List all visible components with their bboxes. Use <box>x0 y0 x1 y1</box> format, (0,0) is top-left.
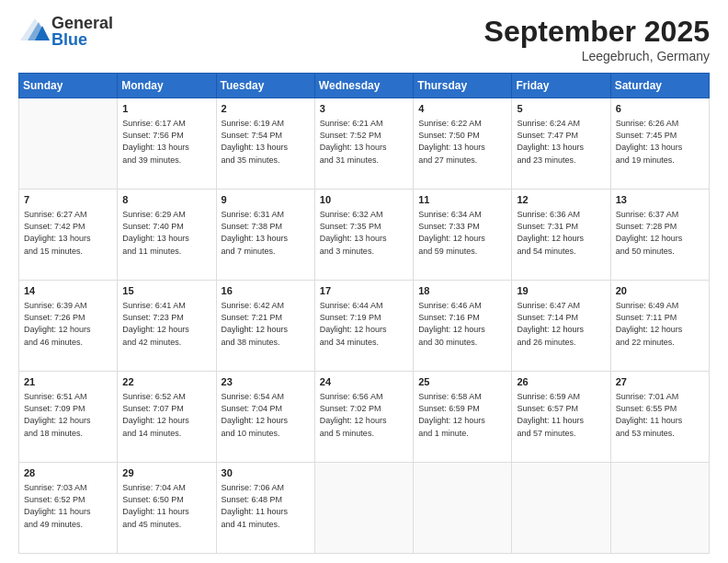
title-block: September 2025 Leegebruch, Germany <box>484 15 710 63</box>
day-number: 3 <box>320 102 408 116</box>
day-number: 25 <box>418 375 506 389</box>
day-info: Sunrise: 6:17 AM Sunset: 7:56 PM Dayligh… <box>122 118 210 166</box>
col-wednesday: Wednesday <box>314 74 413 98</box>
day-number: 14 <box>24 284 112 298</box>
day-info: Sunrise: 6:47 AM Sunset: 7:14 PM Dayligh… <box>517 300 605 348</box>
day-number: 5 <box>517 102 605 116</box>
col-tuesday: Tuesday <box>216 74 314 98</box>
day-info: Sunrise: 6:27 AM Sunset: 7:42 PM Dayligh… <box>24 209 112 257</box>
day-number: 1 <box>122 102 210 116</box>
day-info: Sunrise: 6:44 AM Sunset: 7:19 PM Dayligh… <box>320 300 408 348</box>
day-info: Sunrise: 6:32 AM Sunset: 7:35 PM Dayligh… <box>320 209 408 257</box>
table-row: 24Sunrise: 6:56 AM Sunset: 7:02 PM Dayli… <box>314 372 413 463</box>
table-row: 11Sunrise: 6:34 AM Sunset: 7:33 PM Dayli… <box>414 190 512 281</box>
month-title: September 2025 <box>484 15 710 49</box>
table-row: 2Sunrise: 6:19 AM Sunset: 7:54 PM Daylig… <box>216 98 314 190</box>
day-info: Sunrise: 6:39 AM Sunset: 7:26 PM Dayligh… <box>24 300 112 348</box>
day-number: 16 <box>222 284 310 298</box>
table-row: 12Sunrise: 6:36 AM Sunset: 7:31 PM Dayli… <box>512 190 610 281</box>
table-row: 17Sunrise: 6:44 AM Sunset: 7:19 PM Dayli… <box>314 281 413 372</box>
col-friday: Friday <box>512 74 610 98</box>
table-row: 18Sunrise: 6:46 AM Sunset: 7:16 PM Dayli… <box>414 281 512 372</box>
logo-icon <box>18 15 51 48</box>
table-row: 3Sunrise: 6:21 AM Sunset: 7:52 PM Daylig… <box>314 98 413 190</box>
table-row: 30Sunrise: 7:06 AM Sunset: 6:48 PM Dayli… <box>216 463 314 554</box>
table-row: 22Sunrise: 6:52 AM Sunset: 7:07 PM Dayli… <box>118 372 216 463</box>
col-saturday: Saturday <box>610 74 709 98</box>
calendar-header-row: Sunday Monday Tuesday Wednesday Thursday… <box>19 74 710 98</box>
day-number: 18 <box>418 284 506 298</box>
table-row <box>414 463 512 554</box>
day-info: Sunrise: 6:21 AM Sunset: 7:52 PM Dayligh… <box>320 118 408 166</box>
logo-text: General Blue <box>51 15 113 48</box>
day-number: 28 <box>24 466 112 480</box>
table-row: 10Sunrise: 6:32 AM Sunset: 7:35 PM Dayli… <box>314 190 413 281</box>
table-row: 16Sunrise: 6:42 AM Sunset: 7:21 PM Dayli… <box>216 281 314 372</box>
table-row: 6Sunrise: 6:26 AM Sunset: 7:45 PM Daylig… <box>610 98 709 190</box>
table-row: 1Sunrise: 6:17 AM Sunset: 7:56 PM Daylig… <box>118 98 216 190</box>
day-number: 11 <box>418 193 506 207</box>
day-info: Sunrise: 6:59 AM Sunset: 6:57 PM Dayligh… <box>517 391 605 439</box>
day-number: 7 <box>24 193 112 207</box>
day-info: Sunrise: 6:29 AM Sunset: 7:40 PM Dayligh… <box>122 209 210 257</box>
day-number: 13 <box>616 193 704 207</box>
calendar-week-row: 14Sunrise: 6:39 AM Sunset: 7:26 PM Dayli… <box>19 281 710 372</box>
table-row: 26Sunrise: 6:59 AM Sunset: 6:57 PM Dayli… <box>512 372 610 463</box>
table-row: 29Sunrise: 7:04 AM Sunset: 6:50 PM Dayli… <box>118 463 216 554</box>
day-number: 15 <box>122 284 210 298</box>
day-number: 2 <box>222 102 310 116</box>
table-row: 27Sunrise: 7:01 AM Sunset: 6:55 PM Dayli… <box>610 372 709 463</box>
table-row: 23Sunrise: 6:54 AM Sunset: 7:04 PM Dayli… <box>216 372 314 463</box>
day-info: Sunrise: 6:42 AM Sunset: 7:21 PM Dayligh… <box>222 300 310 348</box>
table-row: 20Sunrise: 6:49 AM Sunset: 7:11 PM Dayli… <box>610 281 709 372</box>
calendar-table: Sunday Monday Tuesday Wednesday Thursday… <box>18 73 710 554</box>
table-row <box>610 463 709 554</box>
day-info: Sunrise: 6:58 AM Sunset: 6:59 PM Dayligh… <box>418 391 506 439</box>
table-row <box>314 463 413 554</box>
day-number: 4 <box>418 102 506 116</box>
table-row: 9Sunrise: 6:31 AM Sunset: 7:38 PM Daylig… <box>216 190 314 281</box>
day-number: 23 <box>222 375 310 389</box>
day-number: 19 <box>517 284 605 298</box>
col-sunday: Sunday <box>19 74 118 98</box>
logo: General Blue <box>18 15 113 48</box>
day-info: Sunrise: 6:41 AM Sunset: 7:23 PM Dayligh… <box>122 300 210 348</box>
day-info: Sunrise: 6:31 AM Sunset: 7:38 PM Dayligh… <box>222 209 310 257</box>
table-row: 4Sunrise: 6:22 AM Sunset: 7:50 PM Daylig… <box>414 98 512 190</box>
day-info: Sunrise: 7:03 AM Sunset: 6:52 PM Dayligh… <box>24 482 112 530</box>
day-number: 22 <box>122 375 210 389</box>
table-row: 5Sunrise: 6:24 AM Sunset: 7:47 PM Daylig… <box>512 98 610 190</box>
day-info: Sunrise: 6:54 AM Sunset: 7:04 PM Dayligh… <box>222 391 310 439</box>
day-number: 24 <box>320 375 408 389</box>
day-number: 26 <box>517 375 605 389</box>
day-number: 29 <box>122 466 210 480</box>
table-row: 13Sunrise: 6:37 AM Sunset: 7:28 PM Dayli… <box>610 190 709 281</box>
table-row: 28Sunrise: 7:03 AM Sunset: 6:52 PM Dayli… <box>19 463 118 554</box>
day-info: Sunrise: 6:22 AM Sunset: 7:50 PM Dayligh… <box>418 118 506 166</box>
table-row: 7Sunrise: 6:27 AM Sunset: 7:42 PM Daylig… <box>19 190 118 281</box>
day-number: 30 <box>222 466 310 480</box>
day-number: 9 <box>222 193 310 207</box>
table-row: 15Sunrise: 6:41 AM Sunset: 7:23 PM Dayli… <box>118 281 216 372</box>
day-info: Sunrise: 6:52 AM Sunset: 7:07 PM Dayligh… <box>122 391 210 439</box>
col-thursday: Thursday <box>414 74 512 98</box>
table-row <box>512 463 610 554</box>
header: General Blue September 2025 Leegebruch, … <box>18 15 710 63</box>
day-number: 20 <box>616 284 704 298</box>
calendar-week-row: 1Sunrise: 6:17 AM Sunset: 7:56 PM Daylig… <box>19 98 710 190</box>
page: General Blue September 2025 Leegebruch, … <box>0 0 728 563</box>
day-info: Sunrise: 6:26 AM Sunset: 7:45 PM Dayligh… <box>616 118 704 166</box>
location: Leegebruch, Germany <box>484 49 710 63</box>
day-number: 12 <box>517 193 605 207</box>
day-info: Sunrise: 6:37 AM Sunset: 7:28 PM Dayligh… <box>616 209 704 257</box>
day-info: Sunrise: 7:06 AM Sunset: 6:48 PM Dayligh… <box>222 482 310 530</box>
day-info: Sunrise: 6:34 AM Sunset: 7:33 PM Dayligh… <box>418 209 506 257</box>
day-info: Sunrise: 6:46 AM Sunset: 7:16 PM Dayligh… <box>418 300 506 348</box>
day-number: 6 <box>616 102 704 116</box>
day-info: Sunrise: 6:51 AM Sunset: 7:09 PM Dayligh… <box>24 391 112 439</box>
day-number: 21 <box>24 375 112 389</box>
table-row: 19Sunrise: 6:47 AM Sunset: 7:14 PM Dayli… <box>512 281 610 372</box>
day-info: Sunrise: 6:56 AM Sunset: 7:02 PM Dayligh… <box>320 391 408 439</box>
table-row: 14Sunrise: 6:39 AM Sunset: 7:26 PM Dayli… <box>19 281 118 372</box>
calendar-week-row: 21Sunrise: 6:51 AM Sunset: 7:09 PM Dayli… <box>19 372 710 463</box>
